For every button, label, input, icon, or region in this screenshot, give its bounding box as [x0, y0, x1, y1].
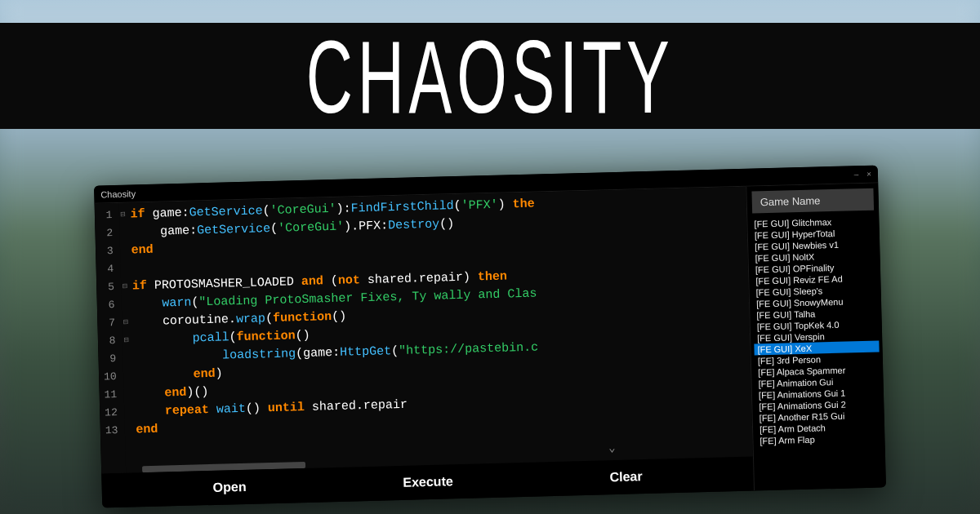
- fold-marker-icon: [122, 260, 127, 278]
- fold-marker-icon[interactable]: ⊟: [123, 332, 129, 350]
- close-icon[interactable]: ×: [866, 170, 871, 179]
- execute-button[interactable]: Execute: [386, 469, 470, 496]
- window-title: Chaosity: [100, 188, 136, 199]
- clear-button[interactable]: Clear: [593, 464, 659, 490]
- line-number: 12: [105, 404, 118, 422]
- banner: CHAOSITY: [0, 23, 980, 129]
- line-number: 5: [101, 278, 114, 296]
- fold-marker-icon: [124, 368, 130, 386]
- app-window: Chaosity – × 12345678910111213 ⊟ ⊟ ⊟⊟ if…: [94, 166, 886, 508]
- code-content[interactable]: if game:GetService('CoreGui'):FindFirstC…: [130, 187, 753, 473]
- window-body: 12345678910111213 ⊟ ⊟ ⊟⊟ if game:GetServ…: [95, 183, 886, 507]
- line-number: 2: [100, 224, 113, 242]
- script-list-header[interactable]: Game Name: [751, 188, 874, 214]
- minimize-icon[interactable]: –: [853, 170, 858, 179]
- fold-marker-icon: [121, 224, 127, 242]
- fold-marker-icon: [124, 350, 130, 368]
- banner-title: CHAOSITY: [306, 16, 675, 135]
- fold-marker-icon: [126, 422, 131, 440]
- script-list[interactable]: [FE GUI] Glitchmax[FE GUI] HyperTotal[FE…: [747, 215, 886, 490]
- list-item[interactable]: [FE] Arm Flap: [756, 432, 881, 446]
- fold-marker-icon[interactable]: ⊟: [122, 278, 128, 296]
- line-number: 3: [100, 242, 114, 260]
- line-number: 6: [102, 296, 115, 314]
- line-number: 10: [104, 368, 117, 386]
- line-number: 8: [103, 332, 116, 350]
- fold-marker-icon[interactable]: ⊟: [123, 314, 129, 332]
- line-number: 7: [102, 314, 115, 332]
- fold-marker-icon: [122, 296, 128, 314]
- editor-pane: 12345678910111213 ⊟ ⊟ ⊟⊟ if game:GetServ…: [95, 187, 754, 508]
- fold-marker-icon[interactable]: ⊟: [120, 206, 126, 224]
- fold-marker-icon: [121, 242, 127, 260]
- line-number: 13: [105, 422, 118, 440]
- line-number: 1: [100, 206, 113, 224]
- window-controls: – ×: [853, 170, 871, 179]
- code-editor[interactable]: 12345678910111213 ⊟ ⊟ ⊟⊟ if game:GetServ…: [95, 187, 753, 474]
- line-number: 11: [104, 386, 117, 404]
- line-number: 9: [103, 350, 116, 368]
- script-list-panel: Game Name [FE GUI] Glitchmax[FE GUI] Hyp…: [746, 183, 886, 490]
- scroll-down-icon[interactable]: ⌄: [608, 439, 616, 457]
- fold-marker-icon: [126, 404, 131, 422]
- open-button[interactable]: Open: [196, 474, 263, 500]
- line-number: 4: [100, 260, 114, 278]
- fold-marker-icon: [125, 386, 131, 404]
